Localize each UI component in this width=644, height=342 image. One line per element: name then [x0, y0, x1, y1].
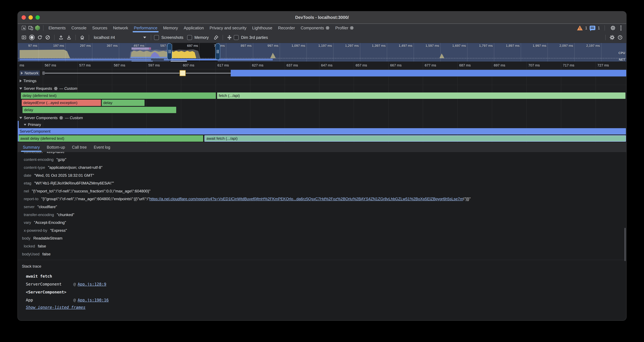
- reload-and-record-button[interactable]: [36, 34, 44, 41]
- collapse-sections-icon[interactable]: [226, 34, 233, 41]
- tab-memory[interactable]: Memory: [160, 24, 181, 32]
- tab-lighthouse[interactable]: Lighthouse: [249, 24, 275, 32]
- selection-handle-right[interactable]: [215, 43, 220, 60]
- tab-network[interactable]: Network: [110, 24, 131, 32]
- tab-summary[interactable]: Summary: [19, 143, 43, 152]
- clear-button[interactable]: [44, 34, 51, 41]
- disclosure-triangle-icon[interactable]: [20, 80, 22, 82]
- header-list: connection"keep-alive"content-encoding"g…: [18, 152, 626, 258]
- home-icon[interactable]: [78, 34, 86, 41]
- timeline-entry-fetch-api[interactable]: fetch (.../api): [217, 93, 626, 99]
- stack-frame-location-link[interactable]: App.js:190:16: [78, 298, 109, 302]
- network-request-bar[interactable]: [231, 70, 626, 77]
- device-toolbar-icon[interactable]: [27, 25, 34, 32]
- screenshots-checkbox[interactable]: [154, 35, 159, 40]
- timeline-entry-delay[interactable]: delay: [22, 107, 176, 113]
- timeline-entry-delay-deferred-text[interactable]: delay (deferred text): [21, 93, 216, 99]
- toggle-sidebar-icon[interactable]: [20, 34, 28, 41]
- tab-console[interactable]: Console: [68, 24, 89, 32]
- tab-elements[interactable]: Elements: [46, 24, 68, 32]
- issues-icon[interactable]: [590, 26, 595, 30]
- overview-tick-label: 697 ms: [187, 44, 198, 48]
- tab-profiler[interactable]: Profiler: [332, 24, 357, 32]
- tab-components[interactable]: Components: [298, 24, 332, 32]
- stack-frame: App@App.js:190:16: [22, 296, 626, 304]
- track-resize-handle[interactable]: [43, 71, 45, 75]
- ruler-tick-label: 607 ms: [183, 63, 194, 67]
- timeline-entry-delayederror-ayed-exception[interactable]: delayedError (...ayed exception): [22, 100, 101, 106]
- warning-icon[interactable]: !: [577, 26, 583, 31]
- network-track-header[interactable]: Network: [20, 71, 40, 76]
- report-to-url-link[interactable]: https://a.nel.cloudflare.com/report/v4?s…: [149, 197, 463, 201]
- server-components-track-header[interactable]: Server Components — Custom: [18, 114, 626, 122]
- minimize-window-button[interactable]: [28, 16, 33, 20]
- gridline: [333, 43, 334, 62]
- settings-icon[interactable]: [610, 25, 616, 32]
- tab-event-log[interactable]: Event log: [90, 143, 114, 152]
- disclosure-triangle-icon[interactable]: [21, 72, 23, 75]
- divider: [604, 25, 605, 31]
- flame-chart[interactable]: Network Timings Server Requests — Custom…: [18, 69, 626, 142]
- timings-track[interactable]: Timings: [18, 77, 626, 85]
- ruler-tick-label: 727 ms: [598, 63, 609, 67]
- memory-checkbox[interactable]: [187, 35, 192, 40]
- scrollbar-thumb[interactable]: [624, 228, 626, 261]
- ruler-tick-label: 617 ms: [218, 63, 229, 67]
- summary-row-x-powered-by: x-powered-by"Express": [24, 226, 626, 234]
- save-profile-icon[interactable]: [65, 34, 72, 41]
- gridline: [354, 62, 354, 69]
- help-icon[interactable]: ?: [616, 34, 624, 41]
- more-options-icon[interactable]: [620, 28, 622, 29]
- selection-handle-left[interactable]: [167, 43, 172, 60]
- stack-group-header: <ServerComponent>: [22, 288, 626, 296]
- tab-application[interactable]: Application: [181, 24, 207, 32]
- summary-value: "Express": [50, 228, 67, 233]
- traffic-lights: [22, 16, 40, 20]
- network-request-waiting: [43, 73, 231, 74]
- timeline-entry-await-fetch-api[interactable]: await fetch (.../api): [204, 135, 626, 142]
- disclosure-triangle-icon[interactable]: [19, 88, 22, 90]
- timeline-overview[interactable]: CPU NET 97 ms197 ms297 ms397 ms497 ms597…: [18, 43, 626, 62]
- capture-settings-icon[interactable]: [608, 34, 616, 41]
- stack-frame-location-link[interactable]: App.js:128:9: [78, 282, 106, 286]
- disclosure-triangle-icon[interactable]: [19, 117, 22, 119]
- tab-performance[interactable]: Performance: [131, 24, 160, 32]
- network-track[interactable]: Network: [18, 69, 626, 77]
- record-button[interactable]: [28, 34, 36, 41]
- summary-key: etag: [24, 181, 32, 185]
- show-ignore-listed-frames-link[interactable]: Show ignore-listed frames: [26, 305, 86, 310]
- timeline-entry-servercomponent[interactable]: ServerComponent: [18, 128, 626, 135]
- server-requests-track-header[interactable]: Server Requests — Custom: [18, 85, 626, 92]
- tab-call-tree[interactable]: Call tree: [68, 143, 90, 152]
- overview-dim-left: [18, 43, 170, 62]
- zoom-window-button[interactable]: [36, 16, 40, 20]
- track-row: await delay (deferred text)await fetch (…: [18, 135, 626, 142]
- overview-tick-label: 997 ms: [268, 44, 278, 48]
- tab-privacy-and-security[interactable]: Privacy and security: [207, 24, 250, 32]
- tab-recorder[interactable]: Recorder: [275, 24, 298, 32]
- summary-row-bodyused: bodyUsedfalse: [22, 250, 626, 258]
- summary-pane[interactable]: connection"keep-alive"content-encoding"g…: [18, 152, 626, 320]
- close-window-button[interactable]: [22, 16, 26, 20]
- inspect-element-icon[interactable]: [20, 25, 27, 32]
- history-select[interactable]: localhost #4: [92, 35, 148, 40]
- load-profile-icon[interactable]: [57, 34, 65, 41]
- network-request-highlight[interactable]: [180, 70, 186, 76]
- garbage-collect-icon[interactable]: [212, 34, 220, 41]
- disclosure-triangle-icon[interactable]: [24, 124, 26, 126]
- timeline-entry-await-delay-deferred-text[interactable]: await delay (deferred text): [19, 135, 203, 142]
- tab-bottom-up[interactable]: Bottom-up: [43, 143, 68, 152]
- react-atom-icon: [326, 26, 330, 30]
- ruler-tick-label: 707 ms: [528, 63, 540, 67]
- dim-3rd-parties-checkbox[interactable]: [234, 35, 239, 40]
- ruler-tick-label: 567 ms: [45, 63, 56, 67]
- summary-key: content-type: [24, 165, 45, 170]
- timeline-entry-delay[interactable]: delay: [102, 100, 144, 106]
- primary-group-header[interactable]: Primary: [18, 122, 626, 128]
- stack-trace-section: Stack trace await fetchServerComponent@A…: [18, 260, 626, 310]
- tab-sources[interactable]: Sources: [89, 24, 110, 32]
- dim-3rd-parties-label: Dim 3rd parties: [241, 35, 268, 40]
- summary-key: nel: [24, 189, 29, 193]
- overview-tick-label: 1,497 ms: [399, 44, 412, 48]
- gridline: [146, 43, 146, 62]
